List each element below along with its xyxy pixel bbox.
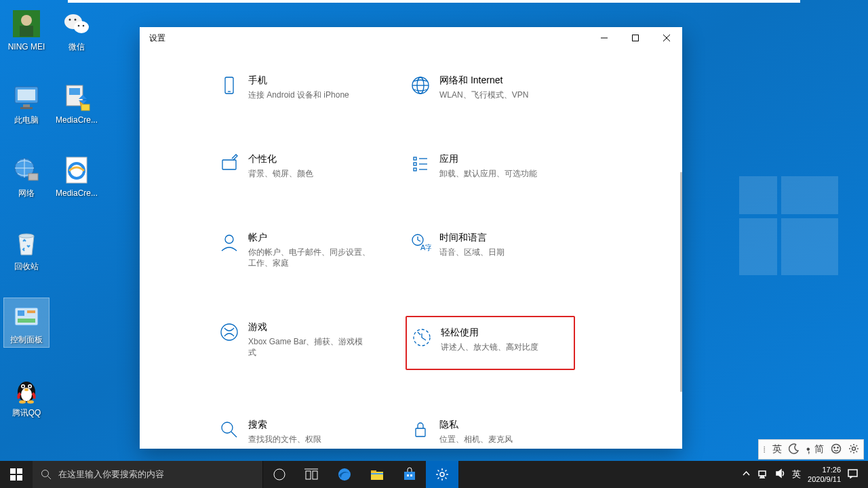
desktop-icon-network[interactable]: 网络 xyxy=(4,155,49,198)
ime-smile-icon[interactable] xyxy=(831,443,842,456)
category-time-language[interactable]: A字 时间和语言语音、区域、日期 xyxy=(406,226,575,272)
svg-point-63 xyxy=(852,447,856,450)
taskbar: 在这里输入你要搜索的内容 英 17:26 2020/9/11 xyxy=(0,461,868,488)
windows-logo-icon xyxy=(10,468,22,481)
category-title: 游戏 xyxy=(248,320,370,333)
desktop-icon-recyclebin[interactable]: 回收站 xyxy=(4,228,49,271)
user-avatar-icon xyxy=(11,8,42,39)
svg-rect-35 xyxy=(633,35,639,41)
tray-volume-icon[interactable] xyxy=(775,468,785,481)
tray-time: 17:26 xyxy=(808,465,841,474)
settings-body: 手机连接 Android 设备和 iPhone 网络和 InternetWLAN… xyxy=(140,49,680,449)
person-icon xyxy=(218,230,248,268)
svg-rect-82 xyxy=(759,471,766,476)
ime-gear-icon[interactable] xyxy=(848,443,859,456)
lock-icon xyxy=(410,418,439,445)
ime-moon-icon[interactable] xyxy=(789,443,800,456)
search-placeholder: 在这里输入你要搜索的内容 xyxy=(58,468,164,481)
svg-rect-83 xyxy=(761,476,764,477)
desktop-icon-wechat[interactable]: 微信 xyxy=(54,8,99,52)
scrollbar[interactable] xyxy=(680,172,682,392)
settings-taskbar-button[interactable] xyxy=(426,461,458,488)
recycle-bin-icon xyxy=(11,228,42,259)
category-desc: 连接 Android 设备和 iPhone xyxy=(248,89,349,100)
tray-clock[interactable]: 17:26 2020/9/11 xyxy=(808,465,841,484)
category-desc: 查找我的文件、权限 xyxy=(248,434,321,445)
taskbar-search[interactable]: 在这里输入你要搜索的内容 xyxy=(33,461,263,488)
desktop-icon-label: 微信 xyxy=(54,42,99,52)
svg-point-68 xyxy=(42,470,49,477)
svg-rect-5 xyxy=(23,104,30,107)
desktop-icon-label: 此电脑 xyxy=(4,115,49,125)
category-search[interactable]: 搜索查找我的文件、权限 xyxy=(214,413,384,449)
svg-point-24 xyxy=(74,21,89,33)
search-icon xyxy=(218,418,248,445)
category-ease-of-access[interactable]: 轻松使用讲述人、放大镜、高对比度 xyxy=(406,316,575,370)
svg-rect-79 xyxy=(407,474,409,476)
svg-rect-43 xyxy=(222,160,236,169)
media-creation-icon xyxy=(61,81,92,113)
svg-rect-11 xyxy=(18,310,24,316)
category-network[interactable]: 网络和 InternetWLAN、飞行模式、VPN xyxy=(406,69,575,104)
start-button[interactable] xyxy=(0,461,33,488)
svg-point-28 xyxy=(83,25,85,27)
category-desc: 你的帐户、电子邮件、同步设置、工作、家庭 xyxy=(248,247,370,268)
category-personalization[interactable]: 个性化背景、锁屏、颜色 xyxy=(214,148,384,183)
desktop-icon-label: 腾讯QQ xyxy=(4,408,49,418)
globe-network-icon xyxy=(11,155,42,186)
category-desc: Xbox Game Bar、捕获、游戏模式 xyxy=(248,336,370,358)
category-apps[interactable]: 应用卸载、默认应用、可选功能 xyxy=(406,148,575,183)
desktop-icon-mediacre2[interactable]: MediaCre... xyxy=(54,155,99,198)
category-title: 隐私 xyxy=(439,418,513,431)
category-accounts[interactable]: 帐户你的帐户、电子邮件、同步设置、工作、家庭 xyxy=(214,226,384,272)
ime-lang1[interactable]: 英 xyxy=(772,443,782,455)
monitor-icon xyxy=(11,81,42,113)
edge-button[interactable] xyxy=(328,461,361,488)
svg-rect-30 xyxy=(69,88,80,95)
svg-point-19 xyxy=(29,386,31,388)
ime-lang2[interactable]: 简 xyxy=(814,443,824,455)
svg-rect-85 xyxy=(848,470,857,476)
category-phone[interactable]: 手机连接 Android 设备和 iPhone xyxy=(214,69,384,104)
settings-window: 设置 手机连接 Android 设备和 iPhone 网络和 InternetW… xyxy=(140,27,682,449)
category-desc: 语音、区域、日期 xyxy=(439,247,505,258)
xbox-icon xyxy=(218,320,248,366)
svg-point-81 xyxy=(440,472,444,476)
svg-point-27 xyxy=(78,25,80,27)
category-title: 时间和语言 xyxy=(439,230,505,244)
desktop-icon-label: 回收站 xyxy=(4,262,49,271)
tray-network-icon[interactable] xyxy=(758,468,768,481)
desktop-icon-mediacre1[interactable]: MediaCre... xyxy=(54,81,99,125)
desktop: NING MEI 此电脑 网络 回收站 控制面板 腾讯QQ xyxy=(0,0,868,488)
titlebar[interactable]: 设置 xyxy=(140,27,682,49)
svg-point-57 xyxy=(222,422,233,433)
category-gaming[interactable]: 游戏Xbox Game Bar、捕获、游戏模式 xyxy=(214,316,384,370)
explorer-button[interactable] xyxy=(361,461,393,488)
ime-punct-icon[interactable]: •, xyxy=(806,443,808,455)
svg-rect-67 xyxy=(17,475,22,481)
ime-bar[interactable]: ⁞ 英 •, 简 xyxy=(758,439,864,460)
cortana-button[interactable] xyxy=(263,461,296,488)
tray-chevron-icon[interactable] xyxy=(741,468,751,481)
tray-notifications-icon[interactable] xyxy=(848,468,861,481)
maximize-button[interactable] xyxy=(620,27,651,49)
ease-of-access-icon xyxy=(411,325,441,352)
desktop-icon-controlpanel[interactable]: 控制面板 xyxy=(4,298,49,347)
category-title: 个性化 xyxy=(248,152,313,165)
category-privacy[interactable]: 隐私位置、相机、麦克风 xyxy=(406,413,575,449)
desktop-icon-user[interactable]: NING MEI xyxy=(4,8,49,52)
svg-rect-45 xyxy=(414,163,416,165)
svg-point-1 xyxy=(21,15,32,26)
tray-ime-indicator[interactable]: 英 xyxy=(792,468,801,481)
svg-rect-76 xyxy=(371,470,376,472)
close-button[interactable] xyxy=(651,27,682,49)
svg-point-55 xyxy=(221,324,237,340)
paintbrush-icon xyxy=(218,152,248,179)
svg-rect-2 xyxy=(20,26,33,37)
taskview-button[interactable] xyxy=(296,461,328,488)
minimize-button[interactable] xyxy=(589,27,620,49)
desktop-icon-thispc[interactable]: 此电脑 xyxy=(4,81,49,125)
desktop-icon-qq[interactable]: 腾讯QQ xyxy=(4,374,49,418)
store-button[interactable] xyxy=(393,461,426,488)
svg-point-22 xyxy=(27,401,34,404)
